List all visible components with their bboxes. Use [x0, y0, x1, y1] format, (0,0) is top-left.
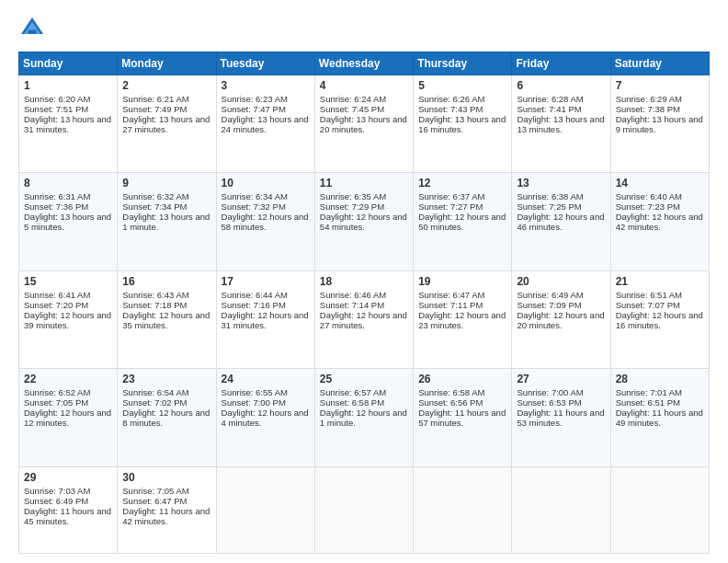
- table-row: [512, 466, 610, 553]
- day-detail: Daylight: 12 hours and 27 minutes.: [320, 310, 407, 330]
- day-detail: Sunset: 7:25 PM: [517, 201, 581, 212]
- day-detail: Daylight: 12 hours and 12 minutes.: [24, 408, 111, 428]
- day-number: 1: [24, 79, 112, 92]
- day-detail: Sunset: 6:53 PM: [517, 397, 581, 408]
- day-detail: Sunset: 6:58 PM: [320, 397, 384, 408]
- day-detail: Sunrise: 6:58 AM: [418, 387, 484, 397]
- day-detail: Sunset: 7:02 PM: [122, 397, 187, 408]
- day-detail: Sunrise: 6:31 AM: [24, 191, 90, 201]
- day-detail: Daylight: 13 hours and 5 minutes.: [24, 212, 111, 232]
- col-header-thursday: Thursday: [414, 52, 512, 75]
- table-row: 16Sunrise: 6:43 AMSunset: 7:18 PMDayligh…: [118, 270, 216, 368]
- day-detail: Sunset: 7:47 PM: [222, 104, 286, 114]
- day-number: 3: [222, 79, 310, 92]
- day-number: 23: [122, 373, 210, 385]
- table-row: 12Sunrise: 6:37 AMSunset: 7:27 PMDayligh…: [414, 173, 512, 270]
- day-detail: Daylight: 11 hours and 57 minutes.: [418, 408, 506, 428]
- day-detail: Daylight: 11 hours and 49 minutes.: [616, 408, 703, 428]
- table-row: 30Sunrise: 7:05 AMSunset: 6:47 PMDayligh…: [118, 466, 216, 553]
- day-detail: Sunset: 7:43 PM: [418, 104, 483, 114]
- table-row: [314, 466, 413, 553]
- day-detail: Daylight: 13 hours and 1 minute.: [122, 212, 210, 232]
- col-header-sunday: Sunday: [19, 52, 118, 75]
- day-number: 8: [24, 177, 112, 190]
- day-detail: Sunrise: 6:49 AM: [517, 290, 583, 300]
- day-number: 27: [517, 373, 605, 385]
- table-row: 22Sunrise: 6:52 AMSunset: 7:05 PMDayligh…: [19, 369, 118, 466]
- table-row: 27Sunrise: 7:00 AMSunset: 6:53 PMDayligh…: [512, 369, 610, 466]
- day-detail: Sunset: 7:09 PM: [517, 300, 581, 310]
- table-row: 8Sunrise: 6:31 AMSunset: 7:36 PMDaylight…: [19, 173, 118, 270]
- day-number: 6: [517, 79, 605, 92]
- svg-rect-2: [28, 30, 37, 35]
- day-number: 22: [24, 373, 112, 385]
- day-number: 18: [320, 275, 408, 288]
- table-row: 23Sunrise: 6:54 AMSunset: 7:02 PMDayligh…: [118, 369, 216, 466]
- day-number: 30: [122, 471, 210, 484]
- table-row: 2Sunrise: 6:21 AMSunset: 7:49 PMDaylight…: [118, 75, 216, 173]
- day-detail: Sunset: 7:00 PM: [222, 397, 286, 408]
- table-row: 6Sunrise: 6:28 AMSunset: 7:41 PMDaylight…: [512, 75, 610, 173]
- day-detail: Sunset: 7:51 PM: [24, 104, 88, 114]
- table-row: 26Sunrise: 6:58 AMSunset: 6:56 PMDayligh…: [414, 369, 512, 466]
- day-number: 24: [222, 373, 310, 385]
- day-number: 11: [320, 177, 408, 190]
- day-detail: Sunset: 7:11 PM: [418, 300, 483, 310]
- day-number: 2: [122, 79, 210, 92]
- day-number: 5: [418, 79, 506, 92]
- day-number: 29: [24, 471, 112, 484]
- col-header-saturday: Saturday: [610, 52, 709, 75]
- day-detail: Sunrise: 6:35 AM: [320, 191, 386, 201]
- day-detail: Sunrise: 6:51 AM: [616, 290, 682, 300]
- logo-icon: [18, 15, 46, 42]
- day-detail: Sunrise: 6:32 AM: [122, 191, 188, 201]
- day-detail: Sunrise: 6:34 AM: [222, 191, 288, 201]
- day-detail: Daylight: 13 hours and 9 minutes.: [616, 114, 703, 134]
- day-detail: Sunset: 6:51 PM: [616, 397, 680, 408]
- logo: [18, 15, 50, 42]
- day-detail: Daylight: 11 hours and 53 minutes.: [517, 408, 604, 428]
- table-row: 15Sunrise: 6:41 AMSunset: 7:20 PMDayligh…: [19, 270, 118, 368]
- day-detail: Sunset: 7:45 PM: [320, 104, 384, 114]
- day-detail: Sunrise: 6:38 AM: [517, 191, 583, 201]
- table-row: [414, 466, 512, 553]
- day-detail: Sunrise: 6:37 AM: [418, 191, 484, 201]
- day-number: 19: [418, 275, 506, 288]
- day-detail: Sunrise: 6:40 AM: [616, 191, 682, 201]
- day-detail: Sunrise: 6:21 AM: [122, 94, 188, 104]
- day-detail: Sunrise: 7:00 AM: [517, 387, 583, 397]
- day-number: 26: [418, 373, 506, 385]
- day-detail: Daylight: 12 hours and 42 minutes.: [616, 212, 703, 232]
- day-detail: Sunrise: 6:23 AM: [222, 94, 288, 104]
- table-row: 3Sunrise: 6:23 AMSunset: 7:47 PMDaylight…: [216, 75, 314, 173]
- day-detail: Sunrise: 6:54 AM: [122, 387, 188, 397]
- table-row: 4Sunrise: 6:24 AMSunset: 7:45 PMDaylight…: [314, 75, 413, 173]
- day-detail: Sunset: 7:07 PM: [616, 300, 680, 310]
- day-detail: Sunset: 7:34 PM: [122, 201, 187, 212]
- day-detail: Sunset: 7:16 PM: [222, 300, 286, 310]
- day-number: 14: [616, 177, 704, 190]
- day-detail: Sunrise: 7:05 AM: [122, 486, 188, 496]
- day-detail: Sunrise: 6:43 AM: [122, 290, 188, 300]
- day-detail: Daylight: 12 hours and 31 minutes.: [222, 310, 309, 330]
- day-detail: Daylight: 12 hours and 50 minutes.: [418, 212, 506, 232]
- day-detail: Daylight: 13 hours and 16 minutes.: [418, 114, 506, 134]
- day-detail: Daylight: 12 hours and 23 minutes.: [418, 310, 506, 330]
- day-detail: Sunrise: 6:20 AM: [24, 94, 90, 104]
- table-row: 28Sunrise: 7:01 AMSunset: 6:51 PMDayligh…: [610, 369, 709, 466]
- day-detail: Sunset: 7:23 PM: [616, 201, 680, 212]
- table-row: 19Sunrise: 6:47 AMSunset: 7:11 PMDayligh…: [414, 270, 512, 368]
- day-number: 28: [616, 373, 704, 385]
- day-detail: Sunrise: 6:46 AM: [320, 290, 386, 300]
- day-detail: Sunset: 6:56 PM: [418, 397, 483, 408]
- day-detail: Daylight: 13 hours and 13 minutes.: [517, 114, 604, 134]
- col-header-monday: Monday: [118, 52, 216, 75]
- day-detail: Sunset: 7:38 PM: [616, 104, 680, 114]
- day-detail: Daylight: 12 hours and 8 minutes.: [122, 408, 210, 428]
- day-detail: Daylight: 12 hours and 20 minutes.: [517, 310, 604, 330]
- day-detail: Sunrise: 6:55 AM: [222, 387, 288, 397]
- table-row: 17Sunrise: 6:44 AMSunset: 7:16 PMDayligh…: [216, 270, 314, 368]
- table-row: 7Sunrise: 6:29 AMSunset: 7:38 PMDaylight…: [610, 75, 709, 173]
- day-detail: Sunset: 7:20 PM: [24, 300, 88, 310]
- day-detail: Daylight: 12 hours and 46 minutes.: [517, 212, 604, 232]
